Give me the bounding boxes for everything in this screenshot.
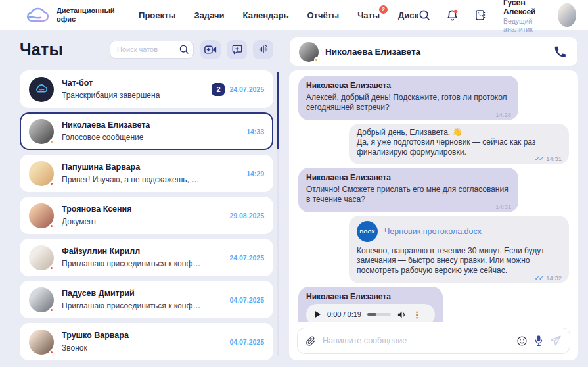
chat-preview: Приглашаю присоединиться к конференц... (62, 301, 201, 310)
chat-list: Чат-ботТранскрибация завершена224.07.202… (20, 70, 273, 360)
chat-search-icon[interactable] (179, 44, 189, 57)
message-author: Николаева Елизавета (306, 292, 435, 301)
user-info: Гусев Алексей Ведущий аналитик (503, 0, 551, 33)
chat-list-item[interactable]: Падусев ДмитрийПриглашаю присоединиться … (20, 281, 273, 318)
chat-texts: Папушина ВарвараПривет! Изучаю, а не под… (62, 162, 201, 184)
message-bubble-incoming: Николаева ЕлизаветаАлексей, добрый день!… (298, 76, 518, 120)
message-text: Отлично! Сможете прислать его мне для со… (306, 185, 510, 205)
message-input[interactable] (323, 336, 510, 345)
message-text: Конечно, направлю в течение 30 минут. Ес… (357, 246, 561, 276)
chat-avatar (29, 119, 54, 144)
main-nav: ПроектыЗадачиКалендарьОтчётыЧаты2Диск (139, 11, 418, 20)
chat-list-item[interactable]: Трушко ВарвараЗвонок04.07.2025 (20, 323, 273, 360)
chat-list-item[interactable]: Файзуллин КириллПриглашаю присоединиться… (20, 239, 273, 276)
scrollbar-thumb[interactable] (277, 72, 279, 149)
message-bubble-outgoing: DOCXЧерновик протокола.docxКонечно, напр… (349, 216, 569, 283)
conversation-avatar (299, 42, 319, 62)
nav-item[interactable]: Календарь (243, 11, 289, 20)
chat-meta: 29.08.2025 (229, 212, 264, 220)
audio-progress-bar[interactable] (367, 313, 391, 316)
send-icon[interactable] (550, 335, 562, 347)
nav-item-label: Проекты (139, 11, 175, 20)
chat-timestamp: 29.08.2025 (229, 212, 264, 220)
chat-avatar (29, 287, 54, 312)
user-menu[interactable]: Гусев Алексей Ведущий аналитик (503, 0, 576, 33)
chat-avatar (29, 77, 54, 102)
message-meta: 14:28 (495, 111, 511, 118)
message-timestamp: 14:31 (546, 155, 562, 162)
chat-meta: 224.07.2025 (212, 83, 264, 96)
chat-avatar (29, 161, 54, 186)
call-button[interactable] (553, 44, 568, 60)
audio-menu-button[interactable]: ⋮ (413, 310, 421, 319)
top-navbar: Дистанционный офис ПроектыЗадачиКалендар… (0, 0, 588, 30)
search-icon[interactable] (418, 9, 430, 21)
chat-avatar (29, 330, 54, 355)
chat-list-container: Чат-ботТранскрибация завершена224.07.202… (20, 70, 273, 360)
audio-player[interactable]: 0:00 / 0:19⋮ (306, 304, 435, 322)
chat-texts: Николаева ЕлизаветаГолосовое сообщение (62, 120, 150, 142)
chat-name: Троянова Ксения (62, 205, 132, 214)
message-timestamp: 14:32 (546, 274, 562, 281)
app-logo[interactable]: Дистанционный офис (25, 7, 119, 24)
nav-item[interactable]: Отчёты (307, 11, 340, 20)
contacts-book-icon[interactable] (474, 9, 486, 21)
nav-item[interactable]: Диск (398, 11, 418, 20)
chat-preview: Приглашаю присоединиться к конференц... (62, 259, 201, 268)
voice-wave-icon (258, 44, 269, 55)
nav-item[interactable]: Задачи (194, 11, 225, 20)
chat-preview: Звонок (62, 343, 129, 353)
voice-record-button[interactable] (253, 40, 273, 59)
app-name: Дистанционный офис (57, 7, 115, 24)
nav-item-label: Отчёты (307, 11, 340, 20)
chat-timestamp: 14:29 (246, 170, 264, 178)
chat-search (110, 41, 194, 59)
nav-item-label: Задачи (194, 11, 225, 20)
message-bubble-incoming: Николаева Елизавета0:00 / 0:19⋮14:33 (298, 287, 443, 322)
volume-icon-glyph (397, 310, 407, 320)
chat-list-item[interactable]: Николаева ЕлизаветаГолосовое сообщение14… (20, 112, 273, 150)
file-type-badge: DOCX (357, 221, 378, 242)
user-avatar[interactable] (558, 3, 576, 27)
nav-item[interactable]: Проекты (139, 11, 175, 20)
play-button[interactable] (314, 310, 321, 318)
unread-count-badge: 2 (212, 83, 225, 96)
notifications-bell-icon[interactable] (446, 9, 459, 22)
chat-texts: Файзуллин КириллПриглашаю присоединиться… (62, 247, 201, 268)
status-dot-away (49, 139, 54, 144)
chat-list-item[interactable]: Папушина ВарвараПривет! Изучаю, а не под… (20, 155, 273, 192)
cloud-logo-icon (25, 7, 51, 24)
message-meta: ✓✓14:31 (534, 155, 562, 162)
nav-unread-badge: 2 (379, 5, 388, 14)
emoji-icon[interactable] (516, 335, 528, 347)
message-meta: ✓✓14:32 (534, 274, 562, 281)
attachment-file[interactable]: DOCXЧерновик протокола.docx (357, 221, 561, 242)
new-video-call-button[interactable] (200, 40, 221, 59)
nav-item-label: Чаты (357, 11, 380, 20)
user-name: Гусев Алексей (503, 0, 551, 16)
message-meta: 14:31 (495, 203, 511, 210)
chat-name: Николаева Елизавета (62, 120, 150, 130)
message-text: Алексей, добрый день! Подскажите, готов … (306, 93, 510, 112)
chat-name: Трушко Варвара (62, 331, 129, 340)
status-dot-busy (49, 308, 54, 312)
header-icons (418, 9, 486, 22)
chat-preview: Привет! Изучаю, а не подскажешь, где мо.… (62, 175, 201, 184)
chat-list-item[interactable]: Чат-ботТранскрибация завершена224.07.202… (20, 70, 273, 108)
message-text: Добрый день, Елизавета. 👋 Да, я уже подг… (357, 128, 561, 157)
status-dot-busy (49, 350, 54, 355)
volume-button[interactable] (397, 310, 407, 320)
audio-time-label: 0:00 / 0:19 (327, 310, 361, 318)
chats-sidebar: Чаты Чат-ботТранскрибация заве (20, 37, 273, 360)
new-chat-button[interactable] (227, 40, 247, 59)
chat-list-scrollbar[interactable] (277, 72, 279, 356)
read-checkmarks-icon: ✓✓ (534, 155, 544, 162)
attach-file-icon[interactable] (305, 335, 316, 346)
sidebar-actions (200, 40, 273, 59)
chat-name: Чат-бот (62, 78, 160, 87)
nav-item[interactable]: Чаты2 (357, 11, 380, 20)
sidebar-header: Чаты (20, 37, 273, 62)
mic-icon[interactable] (534, 335, 543, 347)
message-list: Николаева ЕлизаветаАлексей, добрый день!… (297, 76, 570, 322)
chat-list-item[interactable]: Троянова КсенияДокумент29.08.2025 (20, 197, 273, 234)
